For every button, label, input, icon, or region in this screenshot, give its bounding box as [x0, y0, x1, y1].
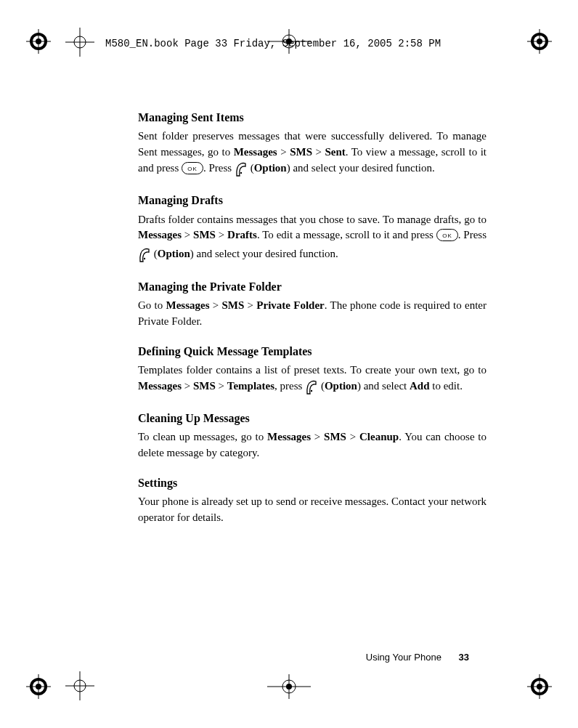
heading-drafts: Managing Drafts [138, 192, 487, 209]
text: to edit. [430, 380, 463, 392]
menu-path-messages: Messages [138, 229, 182, 240]
text: > [210, 299, 222, 311]
svg-text:OK: OK [187, 166, 198, 172]
text: > [277, 146, 290, 158]
crop-mark-icon [65, 671, 94, 700]
page-content: Managing Sent Items Sent folder preserve… [138, 109, 487, 532]
svg-point-40 [311, 389, 312, 391]
softkey-label-option: Option [158, 248, 190, 259]
menu-path-sms: SMS [193, 229, 216, 240]
heading-templates: Defining Quick Message Templates [138, 343, 487, 360]
para-templates: Templates folder contains a list of pres… [138, 363, 487, 397]
print-header-filename: M580_EN.book Page 33 Friday, September 1… [105, 38, 441, 49]
para-private-folder: Go to Messages > SMS > Private Folder. T… [138, 298, 487, 330]
text: ( [151, 248, 158, 259]
registration-mark-icon [26, 29, 51, 54]
text: ) and select your desired function. [190, 248, 338, 259]
softkey-icon [305, 379, 318, 397]
text: > [216, 380, 227, 392]
text: , press [274, 380, 305, 392]
heading-private-folder: Managing the Private Folder [138, 278, 487, 295]
menu-path-sms: SMS [324, 431, 346, 442]
heading-cleanup: Cleaning Up Messages [138, 410, 487, 426]
text: > [182, 229, 193, 240]
softkey-label-option: Option [254, 162, 287, 174]
softkey-label-option: Option [325, 380, 357, 392]
text: Templates folder contains a list of pres… [138, 364, 487, 376]
menu-path-messages: Messages [234, 146, 277, 158]
registration-mark-icon [527, 29, 552, 54]
menu-path-drafts: Drafts [227, 229, 257, 240]
text: > [311, 431, 324, 442]
svg-point-39 [144, 258, 145, 259]
text: . To edit a message, scroll to it and pr… [257, 229, 436, 240]
text: > [312, 146, 325, 158]
text: ) and select [357, 380, 410, 392]
page-footer: Using Your Phone 33 [366, 652, 469, 663]
menu-path-sms: SMS [193, 380, 216, 392]
footer-section-label: Using Your Phone [366, 652, 441, 663]
text: > [244, 299, 256, 311]
menu-path-sms: SMS [290, 146, 312, 158]
text: > [346, 431, 359, 442]
text: . Press [458, 229, 487, 240]
text: > [182, 380, 193, 392]
menu-path-private-folder: Private Folder [256, 299, 324, 311]
menu-path-messages: Messages [166, 299, 210, 311]
text: . Press [203, 162, 235, 174]
heading-sent-items: Managing Sent Items [138, 109, 487, 126]
ok-button-icon: OK [182, 162, 203, 179]
page-number: 33 [459, 652, 469, 663]
heading-settings: Settings [138, 474, 487, 491]
menu-path-messages: Messages [138, 380, 182, 392]
softkey-icon [235, 161, 248, 179]
para-settings: Your phone is already set up to send or … [138, 494, 487, 526]
crop-mark-icon [65, 28, 94, 57]
ok-button-icon: OK [436, 229, 458, 246]
para-cleanup: To clean up messages, go to Messages > S… [138, 429, 487, 461]
softkey-icon [138, 247, 151, 265]
menu-path-messages: Messages [267, 431, 311, 442]
center-mark-icon [267, 674, 311, 699]
para-drafts: Drafts folder contains messages that you… [138, 212, 487, 265]
text: ( [318, 380, 325, 392]
text: To clean up messages, go to [138, 431, 267, 442]
registration-mark-icon [527, 674, 552, 699]
menu-item-add: Add [410, 380, 430, 392]
svg-point-36 [240, 171, 242, 173]
text: Drafts folder contains messages that you… [138, 214, 487, 225]
menu-path-sent: Sent [325, 146, 345, 158]
para-sent-items: Sent folder preserves messages that were… [138, 129, 487, 179]
svg-text:OK: OK [442, 232, 452, 239]
registration-mark-icon [26, 674, 51, 699]
text: Go to [138, 299, 166, 311]
svg-point-33 [286, 684, 292, 689]
menu-path-templates: Templates [227, 380, 274, 392]
text: ( [248, 162, 254, 174]
menu-path-cleanup: Cleanup [359, 431, 399, 442]
menu-path-sms: SMS [222, 299, 245, 311]
text: ) and select your desired function. [287, 162, 435, 174]
text: > [216, 229, 227, 240]
